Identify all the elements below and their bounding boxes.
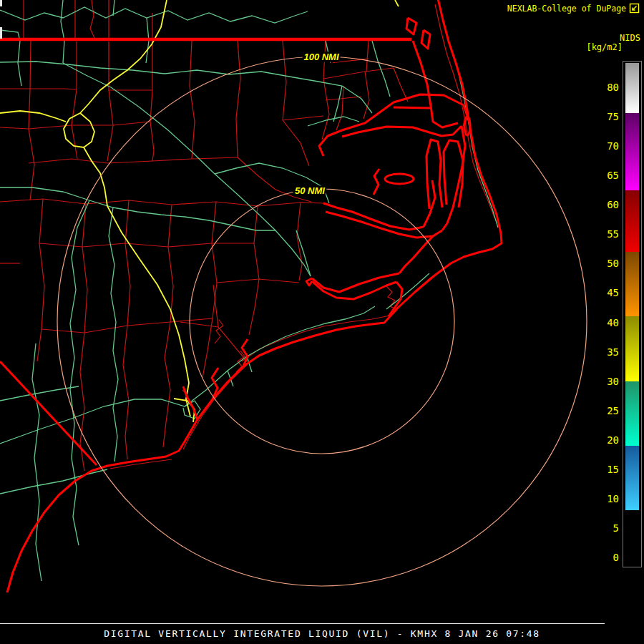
product-title: DIGITAL VERTICALLY INTEGRATED LIQUID (VI… xyxy=(0,628,644,639)
colorbar-tick: 20 xyxy=(597,434,619,446)
range-ring-label-50nmi: 50 NMI xyxy=(295,185,325,196)
colorbar-segment xyxy=(625,446,639,510)
basemap-svg: 50 NMI 100 NMI xyxy=(0,0,644,644)
colorbar-segment xyxy=(625,113,639,190)
colorbar-tick: 75 xyxy=(597,111,619,122)
colorbar-tick: 25 xyxy=(597,405,619,416)
colorbar-segment xyxy=(625,381,639,446)
primary-roads-layer xyxy=(0,0,498,581)
albemarle-sound-north-shore xyxy=(319,94,464,156)
colorbar-tick: 35 xyxy=(597,346,619,358)
colorbar-segment xyxy=(625,316,639,381)
neuse-river-north-shore xyxy=(312,273,399,292)
colorbar-segment xyxy=(625,190,639,252)
coastline-layer xyxy=(0,0,502,592)
colorbar-segment xyxy=(625,510,639,565)
lake-mattamuskeet xyxy=(385,174,414,184)
colorbar-segment xyxy=(625,63,639,113)
neuse-river-south-shore xyxy=(312,281,396,299)
range-rings-layer xyxy=(57,57,587,586)
range-ring-100nmi xyxy=(57,57,587,586)
edge-mark xyxy=(0,27,2,39)
colorbar-tick: 60 xyxy=(597,199,619,210)
county-lines-layer xyxy=(0,0,494,471)
brand-header: NEXLAB-College of DuPage xyxy=(507,3,640,14)
colorbar-segment xyxy=(625,252,639,316)
nc-sc-state-line xyxy=(0,361,97,465)
colorbar-tick: 5 xyxy=(597,522,619,534)
broken-image-icon xyxy=(629,3,640,14)
range-ring-label-100nmi: 100 NMI xyxy=(303,52,339,62)
units-block: NIDS [kg/m2] xyxy=(586,34,640,52)
colorbar-tick: 50 xyxy=(597,258,619,269)
colorbar-tick: 70 xyxy=(597,140,619,152)
colorbar-tick: 80 xyxy=(597,82,619,93)
radar-display-screen: 50 NMI 100 NMI NEXLAB-College of DuPage … xyxy=(0,0,644,644)
colorbar-tick: 40 xyxy=(597,317,619,328)
colorbar-tick: 15 xyxy=(597,464,619,475)
edge-mark xyxy=(0,0,2,6)
colorbar-tick: 45 xyxy=(597,287,619,298)
colorbar-tick: 10 xyxy=(597,493,619,504)
colorbar-tick: 0 xyxy=(597,552,619,563)
footer-separator-line xyxy=(0,623,605,624)
units-label: [kg/m2] xyxy=(586,43,640,52)
colorbar-tick: 30 xyxy=(597,376,619,387)
brand-text: NEXLAB-College of DuPage xyxy=(507,4,626,14)
colorbar xyxy=(625,63,639,565)
colorbar-tick: 55 xyxy=(597,228,619,240)
colorbar-tick: 65 xyxy=(597,170,619,181)
